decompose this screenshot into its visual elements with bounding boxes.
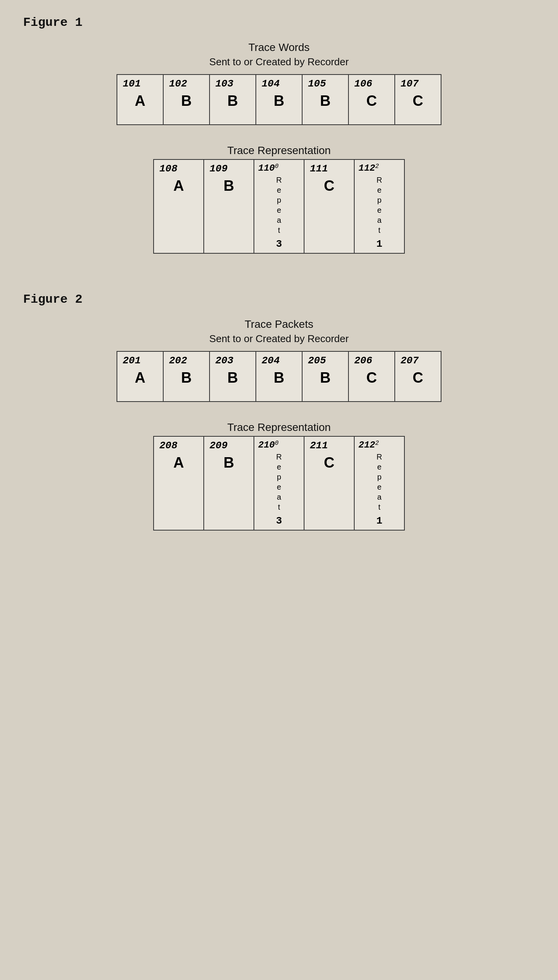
table-row: 2100 Repeat 3 bbox=[254, 436, 304, 530]
cell-number: 202 bbox=[167, 355, 205, 366]
repeat-cell: 1122 Repeat 1 bbox=[358, 163, 400, 250]
trace-repr-table: 208 A 209 B 2100 Repeat 3 211 C bbox=[153, 436, 405, 531]
trace-words-table: 101A102B103B104B105B106C107C bbox=[117, 74, 441, 125]
table-row: 111 C bbox=[304, 159, 354, 253]
repeat-char: a bbox=[277, 492, 281, 502]
repeat-char: p bbox=[377, 195, 381, 205]
table-row: 1122 Repeat 1 bbox=[354, 159, 404, 253]
cell-letter: B bbox=[208, 178, 250, 194]
table-row: 207C bbox=[395, 351, 441, 402]
repeat-count: 1 bbox=[358, 238, 400, 250]
repeat-char: e bbox=[277, 185, 281, 195]
cell-number: 111 bbox=[308, 163, 350, 175]
cell-letter: B bbox=[260, 93, 298, 109]
table-row: 201A bbox=[117, 351, 163, 402]
cell-number: 103 bbox=[214, 78, 252, 90]
cell-number: 109 bbox=[208, 163, 250, 175]
cell-number: 107 bbox=[399, 78, 437, 90]
cell-letter: A bbox=[158, 454, 200, 471]
repeat-char: e bbox=[277, 205, 281, 215]
repeat-char: R bbox=[276, 175, 282, 185]
cell-letter: B bbox=[306, 370, 344, 386]
cell-number: 105 bbox=[306, 78, 344, 90]
cell-number: 201 bbox=[121, 355, 159, 366]
table-row: 208 A bbox=[154, 436, 204, 530]
cell-number: 206 bbox=[353, 355, 391, 366]
table-row: 104B bbox=[256, 75, 302, 125]
table-row: 103B bbox=[210, 75, 256, 125]
table-row: 211 C bbox=[304, 436, 354, 530]
table-row: 107C bbox=[395, 75, 441, 125]
repeat-char: p bbox=[277, 472, 281, 482]
cell-number: 207 bbox=[399, 355, 437, 366]
repeat-word: Repeat bbox=[377, 452, 382, 512]
repeat-sup: 0 bbox=[275, 440, 279, 447]
repeat-char: e bbox=[377, 185, 381, 195]
cell-letter: A bbox=[158, 178, 200, 194]
trace-words-container: Trace WordsSent to or Created by Recorde… bbox=[23, 41, 535, 125]
cell-letter: B bbox=[167, 370, 205, 386]
cell-number: 205 bbox=[306, 355, 344, 366]
cell-number: 209 bbox=[208, 440, 250, 451]
cell-number: 211 bbox=[308, 440, 350, 451]
repeat-char: a bbox=[277, 215, 281, 225]
cell-letter: A bbox=[121, 370, 159, 386]
repeat-num: 110 bbox=[258, 163, 275, 173]
trace-repr-title: Trace Representation bbox=[227, 144, 331, 157]
repeat-count: 3 bbox=[258, 238, 300, 250]
repeat-char: R bbox=[377, 452, 382, 462]
repeat-header: 2100 bbox=[258, 440, 300, 450]
figure-label: Figure 2 bbox=[23, 292, 535, 307]
repeat-char: t bbox=[378, 225, 380, 235]
repeat-char: p bbox=[277, 195, 281, 205]
cell-letter: A bbox=[121, 93, 159, 109]
cell-letter: B bbox=[214, 93, 252, 109]
cell-number: 102 bbox=[167, 78, 205, 90]
repeat-count: 3 bbox=[258, 515, 300, 527]
trace-repr-container: Trace Representation 108 A 109 B 1100 Re… bbox=[23, 144, 535, 254]
table-row: 108 A bbox=[154, 159, 204, 253]
repeat-cell: 1100 Repeat 3 bbox=[258, 163, 300, 250]
repeat-header: 2122 bbox=[358, 440, 400, 450]
cell-letter: B bbox=[167, 93, 205, 109]
repeat-num: 210 bbox=[258, 440, 275, 450]
cell-letter: C bbox=[308, 178, 350, 194]
repeat-header: 1122 bbox=[358, 163, 400, 173]
repeat-sup: 0 bbox=[275, 163, 279, 170]
trace-words-subtitle: Sent to or Created by Recorder bbox=[209, 56, 348, 68]
repeat-char: e bbox=[377, 462, 381, 472]
repeat-cell: 2122 Repeat 1 bbox=[358, 440, 400, 527]
repeat-char: R bbox=[276, 452, 282, 462]
table-row: 2122 Repeat 1 bbox=[354, 436, 404, 530]
cell-letter: B bbox=[208, 454, 250, 471]
trace-words-title: Trace Words bbox=[249, 41, 310, 54]
cell-number: 108 bbox=[158, 163, 200, 175]
cell-letter: B bbox=[214, 370, 252, 386]
cell-number: 204 bbox=[260, 355, 298, 366]
table-row: 109 B bbox=[204, 159, 254, 253]
repeat-sup: 2 bbox=[375, 163, 379, 170]
table-row: 209 B bbox=[204, 436, 254, 530]
cell-number: 104 bbox=[260, 78, 298, 90]
repeat-char: e bbox=[277, 482, 281, 492]
trace-words-subtitle: Sent to or Created by Recorder bbox=[209, 333, 348, 345]
trace-repr-container: Trace Representation 208 A 209 B 2100 Re… bbox=[23, 421, 535, 531]
figure-section-figure1: Figure 1Trace WordsSent to or Created by… bbox=[23, 15, 535, 254]
table-row: 1100 Repeat 3 bbox=[254, 159, 304, 253]
cell-number: 208 bbox=[158, 440, 200, 451]
repeat-sup: 2 bbox=[375, 440, 379, 447]
cell-letter: C bbox=[308, 454, 350, 471]
repeat-cell: 2100 Repeat 3 bbox=[258, 440, 300, 527]
table-row: 202B bbox=[163, 351, 210, 402]
trace-repr-title: Trace Representation bbox=[227, 421, 331, 434]
table-row: 102B bbox=[163, 75, 210, 125]
repeat-char: t bbox=[278, 225, 280, 235]
trace-words-table: 201A202B203B204B205B206C207C bbox=[117, 351, 441, 402]
table-row: 205B bbox=[302, 351, 348, 402]
repeat-char: e bbox=[377, 205, 381, 215]
cell-letter: B bbox=[260, 370, 298, 386]
cell-number: 101 bbox=[121, 78, 159, 90]
repeat-word: Repeat bbox=[377, 175, 382, 235]
table-row: 203B bbox=[210, 351, 256, 402]
figure-label: Figure 1 bbox=[23, 15, 535, 30]
